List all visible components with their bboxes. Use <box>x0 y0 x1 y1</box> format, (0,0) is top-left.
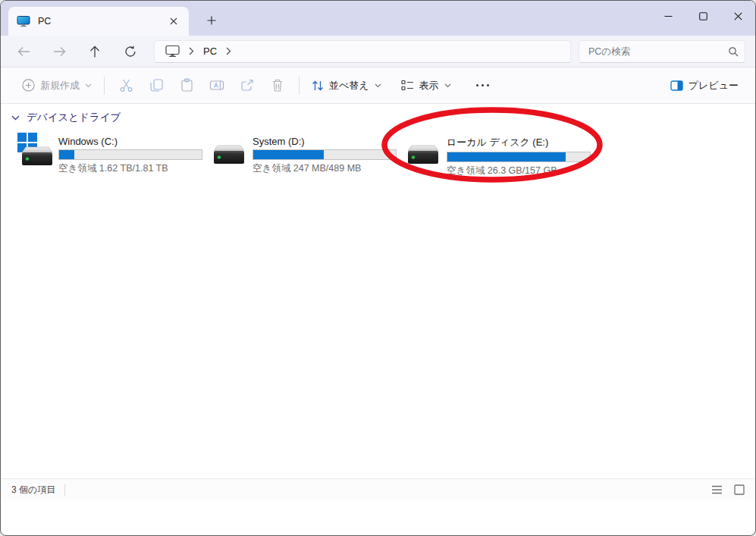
breadcrumb-pc[interactable]: PC <box>200 44 220 58</box>
forward-button[interactable] <box>45 39 73 64</box>
view-layout-icon <box>401 80 414 91</box>
delete-button[interactable] <box>262 73 293 99</box>
drive-item-d[interactable]: System (D:) 空き領域 247 MB/489 MB <box>207 131 401 179</box>
window-controls <box>651 1 755 36</box>
close-button[interactable] <box>720 1 755 31</box>
this-pc-icon <box>17 15 30 27</box>
command-toolbar: 新規作成 <box>1 67 755 104</box>
chevron-down-icon <box>444 83 451 88</box>
drive-name: Windows (C:) <box>58 136 202 147</box>
capacity-bar <box>447 152 591 162</box>
preview-label: プレビュー <box>689 79 739 92</box>
view-button[interactable]: 表示 <box>395 74 457 97</box>
hard-drive-icon <box>210 133 248 171</box>
item-count-label: 3 個の項目 <box>11 484 55 497</box>
minimize-button[interactable] <box>651 1 685 31</box>
file-list-area: デバイスとドライブ <box>1 104 755 478</box>
share-button[interactable] <box>232 73 262 99</box>
capacity-bar <box>253 149 397 160</box>
tab-title: PC <box>38 16 166 27</box>
sort-arrows-icon <box>312 80 324 92</box>
search-input[interactable] <box>588 46 728 57</box>
chevron-right-icon <box>226 47 231 55</box>
new-tab-button[interactable] <box>199 8 224 33</box>
group-label: デバイスとドライブ <box>27 111 121 124</box>
capacity-bar-fill <box>447 152 566 161</box>
free-space-label: 空き領域 26.3 GB/157 GB <box>447 165 591 177</box>
drive-item-c[interactable]: Windows (C:) 空き領域 1.62 TB/1.81 TB <box>13 131 207 179</box>
new-item-label: 新規作成 <box>40 79 80 92</box>
back-button[interactable] <box>10 39 37 64</box>
toolbar-divider <box>104 77 105 95</box>
file-explorer-window: PC <box>0 0 756 536</box>
more-options-button[interactable] <box>468 73 498 99</box>
chevron-down-icon <box>85 83 92 88</box>
drive-item-e[interactable]: ローカル ディスク (E:) 空き領域 26.3 GB/157 GB <box>401 131 595 179</box>
capacity-bar <box>58 149 202 160</box>
up-button[interactable] <box>81 39 108 64</box>
new-item-button[interactable]: 新規作成 <box>16 74 98 97</box>
ellipsis-icon <box>476 84 489 86</box>
copy-button[interactable] <box>141 73 171 99</box>
sort-button[interactable]: 並べ替え <box>306 74 387 97</box>
maximize-button[interactable] <box>685 1 720 31</box>
chevron-down-icon <box>375 83 381 88</box>
drive-list: Windows (C:) 空き領域 1.62 TB/1.81 TB <box>10 131 755 179</box>
plus-circle-icon <box>22 79 35 92</box>
drive-name: ローカル ディスク (E:) <box>447 136 591 149</box>
hard-drive-icon <box>404 133 442 171</box>
rename-button[interactable] <box>202 73 232 99</box>
toolbar-divider <box>299 77 300 95</box>
preview-pane-icon <box>670 80 683 91</box>
chevron-down-icon <box>11 115 20 121</box>
capacity-bar-fill <box>59 150 74 159</box>
sort-label: 並べ替え <box>329 79 369 92</box>
view-label: 表示 <box>419 79 439 92</box>
windows-drive-icon <box>16 133 54 171</box>
chevron-right-icon <box>189 47 194 55</box>
free-space-label: 空き領域 1.62 TB/1.81 TB <box>58 162 202 175</box>
address-bar[interactable]: PC <box>154 40 571 63</box>
status-divider <box>64 484 65 496</box>
preview-button[interactable]: プレビュー <box>664 74 745 97</box>
large-icons-view-icon[interactable] <box>731 482 748 497</box>
group-header-devices[interactable]: デバイスとドライブ <box>10 111 755 124</box>
paste-button[interactable] <box>171 73 202 99</box>
tab-close-icon[interactable] <box>166 14 181 29</box>
refresh-button[interactable] <box>117 39 144 64</box>
search-icon <box>728 46 739 57</box>
details-view-icon[interactable] <box>708 482 725 497</box>
title-bar: PC <box>1 1 755 36</box>
free-space-label: 空き領域 247 MB/489 MB <box>253 162 397 175</box>
navigation-bar: PC <box>1 36 755 67</box>
tab-pc[interactable]: PC <box>8 7 189 36</box>
cut-button[interactable] <box>111 73 141 99</box>
capacity-bar-fill <box>253 150 324 159</box>
status-bar: 3 個の項目 <box>1 478 755 500</box>
search-box[interactable] <box>579 40 745 63</box>
drive-name: System (D:) <box>253 136 397 147</box>
this-pc-breadcrumb-icon <box>165 45 180 58</box>
